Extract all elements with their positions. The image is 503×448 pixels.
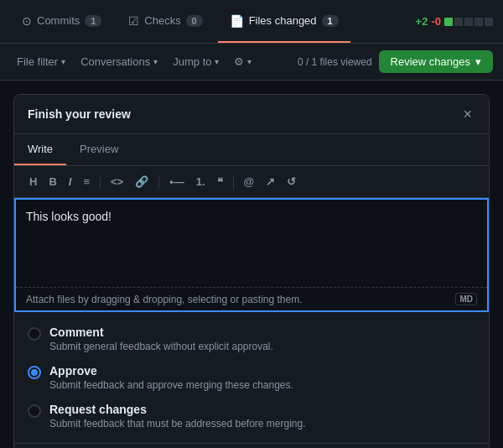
diff-remove: -0 [431, 15, 441, 28]
option-comment-desc: Submit general feedback without explicit… [49, 341, 273, 352]
diff-seg-5 [485, 18, 493, 26]
textarea-footer: Attach files by dragging & dropping, sel… [16, 287, 487, 310]
option-comment[interactable]: Comment Submit general feedback without … [28, 326, 475, 352]
jump-to-label: Jump to [173, 55, 211, 68]
toolbar-left: File filter ▾ Conversations ▾ Jump to ▾ … [10, 52, 291, 71]
review-changes-button[interactable]: Review changes ▾ [379, 50, 493, 73]
radio-request-changes [28, 404, 41, 418]
jump-to-button[interactable]: Jump to ▾ [166, 52, 226, 71]
commits-icon: ⊙ [22, 14, 32, 28]
review-options: Comment Submit general feedback without … [14, 312, 489, 443]
fmt-mention[interactable]: @ [239, 173, 260, 190]
diff-stats: +2 -0 [416, 15, 493, 28]
option-request-changes-text: Request changes Submit feedback that mus… [49, 403, 306, 430]
fmt-sep-2 [158, 175, 159, 189]
files-icon: 📄 [230, 14, 244, 28]
tabs-left: ⊙ Commits 1 ☑ Checks 0 📄 Files changed 1 [10, 0, 350, 43]
panel-footer: Submit review [14, 443, 489, 448]
fmt-heading[interactable]: H [24, 173, 42, 190]
option-request-changes[interactable]: Request changes Submit feedback that mus… [28, 403, 475, 430]
fmt-quote[interactable]: ❝ [212, 173, 228, 190]
diff-add: +2 [416, 15, 428, 28]
panel-title: Finish your review [28, 107, 131, 121]
commits-badge: 1 [85, 15, 101, 27]
panel-close-button[interactable]: × [459, 105, 475, 123]
files-toolbar: File filter ▾ Conversations ▾ Jump to ▾ … [0, 44, 503, 81]
file-filter-chevron: ▾ [61, 57, 65, 66]
fmt-unordered-list[interactable]: •— [164, 173, 189, 190]
review-changes-chevron: ▾ [475, 55, 481, 68]
radio-comment [28, 327, 41, 341]
radio-approve [28, 366, 41, 379]
fmt-sep-1 [100, 175, 101, 189]
file-filter-button[interactable]: File filter ▾ [10, 52, 72, 71]
tab-checks[interactable]: ☑ Checks 0 [117, 0, 214, 43]
diff-bar [444, 18, 493, 26]
main-content: Finish your review × Write Preview H B I… [0, 81, 503, 448]
option-approve-desc: Submit feedback and approve merging thes… [49, 379, 293, 391]
settings-chevron: ▾ [247, 57, 252, 66]
settings-button[interactable]: ⚙ ▾ [227, 52, 258, 71]
fmt-italic[interactable]: I [64, 173, 77, 190]
files-badge: 1 [322, 15, 339, 27]
conversations-button[interactable]: Conversations ▾ [74, 52, 164, 71]
tab-commits[interactable]: ⊙ Commits 1 [10, 0, 113, 43]
fmt-code[interactable]: <> [106, 173, 128, 190]
option-approve[interactable]: Approve Submit feedback and approve merg… [28, 364, 475, 391]
fmt-link[interactable]: 🔗 [130, 173, 153, 190]
file-filter-label: File filter [17, 55, 58, 68]
fmt-bold[interactable]: B [44, 173, 61, 190]
checks-badge: 0 [186, 15, 203, 27]
tab-commits-label: Commits [37, 14, 80, 27]
files-viewed: 0 / 1 files viewed [298, 56, 372, 68]
write-tab[interactable]: Write [14, 134, 66, 165]
radio-approve-inner [31, 369, 38, 376]
option-request-changes-desc: Submit feedback that must be addressed b… [49, 418, 306, 430]
fmt-undo[interactable]: ↺ [282, 173, 301, 190]
md-badge: MD [455, 293, 477, 305]
settings-icon: ⚙ [234, 55, 244, 68]
diff-seg-2 [454, 18, 463, 26]
diff-seg-1 [444, 18, 453, 26]
tab-files-changed[interactable]: 📄 Files changed 1 [218, 0, 350, 43]
tab-checks-label: Checks [144, 14, 180, 27]
fmt-numbered-list[interactable]: 1. [191, 173, 210, 190]
preview-tab[interactable]: Preview [66, 134, 132, 165]
tab-bar: ⊙ Commits 1 ☑ Checks 0 📄 Files changed 1… [0, 0, 503, 44]
diff-seg-4 [474, 18, 483, 26]
fmt-reference[interactable]: ↗ [261, 173, 280, 190]
option-request-changes-label: Request changes [49, 403, 306, 416]
option-approve-text: Approve Submit feedback and approve merg… [49, 364, 293, 391]
conversations-label: Conversations [80, 55, 150, 68]
review-panel: Finish your review × Write Preview H B I… [13, 94, 490, 448]
review-textarea[interactable]: This looks good! [16, 200, 487, 287]
option-comment-text: Comment Submit general feedback without … [49, 326, 273, 352]
textarea-wrap: This looks good! Attach files by draggin… [14, 198, 489, 312]
attach-hint: Attach files by dragging & dropping, sel… [26, 294, 303, 305]
formatting-toolbar: H B I ≡ <> 🔗 •— 1. ❝ @ ↗ ↺ [14, 166, 489, 198]
conversations-chevron: ▾ [153, 57, 158, 66]
tab-files-label: Files changed [249, 14, 317, 27]
fmt-sep-3 [233, 175, 234, 189]
write-preview-tabs: Write Preview [14, 134, 489, 166]
panel-header: Finish your review × [14, 95, 489, 134]
option-approve-label: Approve [49, 364, 293, 378]
checks-icon: ☑ [128, 14, 139, 28]
option-comment-label: Comment [49, 326, 273, 339]
review-changes-label: Review changes [391, 55, 470, 68]
diff-seg-3 [464, 18, 473, 26]
fmt-ordered-list[interactable]: ≡ [78, 173, 95, 190]
jump-to-chevron: ▾ [215, 57, 219, 66]
